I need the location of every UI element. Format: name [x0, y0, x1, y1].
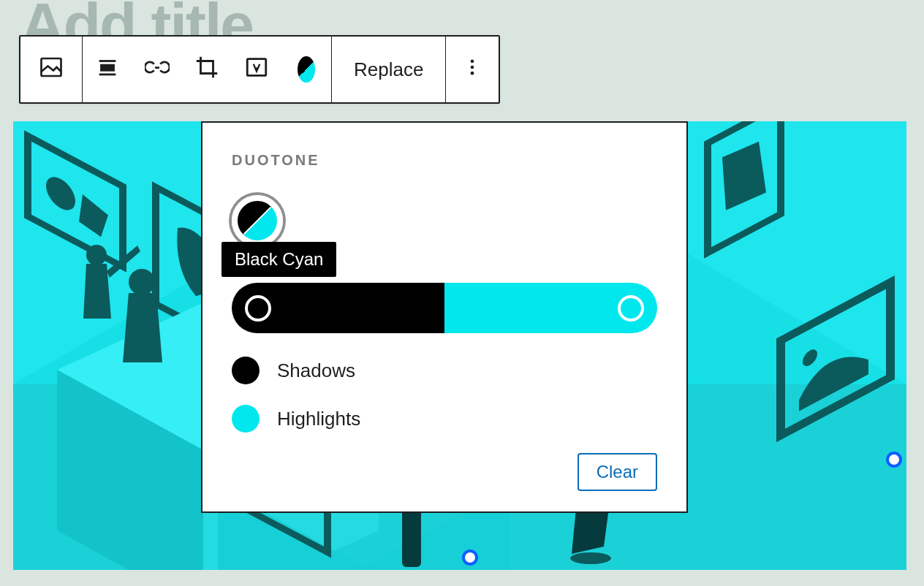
link-icon — [145, 55, 170, 85]
replace-button[interactable]: Replace — [332, 37, 445, 102]
duotone-heading: DUOTONE — [232, 152, 657, 169]
svg-point-6 — [471, 65, 474, 69]
text-overlay-icon — [244, 55, 269, 85]
duotone-preset-tooltip: Black Cyan — [221, 242, 336, 277]
highlights-swatch — [232, 405, 260, 433]
align-button[interactable] — [83, 37, 132, 102]
svg-rect-0 — [42, 58, 61, 76]
svg-point-7 — [471, 71, 474, 75]
link-button[interactable] — [132, 37, 182, 102]
shadows-color-stop[interactable] — [232, 283, 444, 333]
svg-point-23 — [86, 245, 107, 265]
svg-point-27 — [570, 552, 611, 564]
crop-icon — [194, 55, 219, 85]
highlights-stop-handle[interactable] — [618, 295, 644, 321]
duotone-icon — [298, 56, 315, 83]
highlights-color-stop[interactable] — [444, 283, 657, 333]
highlights-label: Highlights — [277, 408, 360, 430]
svg-point-5 — [471, 59, 474, 63]
shadows-row[interactable]: Shadows — [232, 357, 657, 384]
more-options-icon — [462, 57, 482, 83]
duotone-preset-black-cyan[interactable] — [232, 195, 283, 246]
clear-button[interactable]: Clear — [578, 453, 657, 491]
svg-rect-2 — [102, 65, 114, 70]
resize-handle-bottom[interactable] — [462, 549, 478, 566]
more-options-button[interactable] — [446, 37, 499, 102]
shadows-stop-handle[interactable] — [245, 295, 271, 321]
highlights-row[interactable]: Highlights — [232, 405, 657, 433]
duotone-popover: DUOTONE Black Cyan Shadows Highlights Cl… — [201, 121, 688, 513]
duotone-presets: Black Cyan — [232, 195, 657, 258]
block-toolbar: Replace — [19, 35, 500, 104]
align-icon — [95, 55, 120, 85]
crop-button[interactable] — [182, 37, 232, 102]
image-block-icon — [38, 54, 64, 85]
svg-point-24 — [129, 269, 155, 295]
shadows-swatch — [232, 357, 260, 384]
duotone-button[interactable] — [281, 37, 331, 102]
duotone-gradient-bar — [232, 283, 657, 333]
resize-handle-right[interactable] — [886, 452, 902, 468]
shadows-label: Shadows — [277, 359, 355, 382]
svg-point-20 — [803, 346, 817, 369]
text-overlay-button[interactable] — [232, 37, 281, 102]
block-type-button[interactable] — [20, 37, 82, 102]
